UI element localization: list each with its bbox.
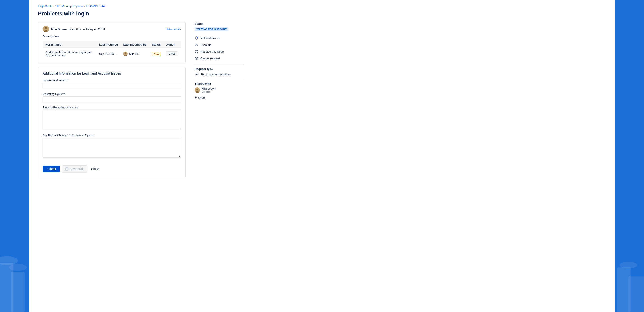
svg-point-21 (620, 262, 637, 269)
svg-point-17 (196, 89, 198, 90)
request-type-item: Fix an account problem (194, 72, 244, 76)
table-avatar (123, 52, 128, 56)
svg-point-3 (9, 264, 27, 271)
shared-user-item: Mila Brown Creator (194, 87, 244, 93)
svg-rect-12 (66, 169, 68, 170)
input-browser-version[interactable] (43, 83, 181, 89)
status-chip: WAITING FOR SUPPORT (194, 27, 228, 31)
cell-last-modified: Sep 10, 202... (96, 48, 121, 60)
label-recent-changes: Any Recent Changes to Account or System (43, 134, 181, 137)
resolve-label: Resolve this issue (200, 50, 224, 53)
breadcrumb-itsm-space[interactable]: ITSM sample space (57, 4, 83, 8)
form-group-os: Operating System* (43, 92, 181, 103)
label-steps-reproduce: Steps to Reproduce the Issue (43, 106, 181, 109)
cell-status: New (149, 48, 164, 60)
avatar (43, 26, 49, 32)
left-decorative-panel (0, 0, 29, 312)
share-button[interactable]: + Share (194, 95, 206, 100)
form-group-browser: Browser and Version* (43, 79, 181, 89)
plus-icon: + (194, 96, 196, 99)
svg-point-5 (45, 27, 47, 29)
form-section-title: Additional Information for Login and Acc… (43, 72, 181, 75)
col-action: Action (164, 41, 181, 48)
breadcrumb-sep-1: / (55, 4, 56, 8)
sidebar: Status WAITING FOR SUPPORT Notifications… (194, 22, 244, 100)
additional-info-form: Additional Information for Login and Acc… (38, 67, 186, 177)
shared-user-role: Creator (202, 90, 216, 93)
resolve-icon (194, 49, 198, 54)
breadcrumb-sep-2: / (84, 4, 85, 8)
notifications-button[interactable]: Notifications on (194, 35, 244, 41)
notifications-label: Notifications on (200, 37, 220, 40)
form-actions: Submit Save draft Close (43, 162, 181, 172)
label-browser-version: Browser and Version* (43, 79, 181, 82)
shared-user-name: Mila Brown (202, 87, 216, 90)
cell-action[interactable]: Close (164, 48, 181, 60)
escalate-button[interactable]: Escalate (194, 41, 244, 48)
breadcrumb-help-center[interactable]: Help Center (38, 4, 54, 8)
hide-details-button[interactable]: Hide details (166, 27, 181, 31)
input-operating-system[interactable] (43, 96, 181, 103)
detail-user-info: Mila Brown raised this on Today 4:52 PM (43, 26, 105, 32)
escalate-icon (194, 43, 198, 47)
cell-form-name: Additional Information for Login and Acc… (43, 48, 96, 60)
col-last-modified: Last modified (96, 41, 121, 48)
form-group-steps: Steps to Reproduce the Issue (43, 106, 181, 131)
svg-rect-1 (11, 272, 24, 312)
table-row: Additional Information for Login and Acc… (43, 48, 181, 60)
detail-card: Mila Brown raised this on Today 4:52 PM … (38, 22, 186, 63)
shared-with-label: Shared with (194, 82, 244, 85)
form-group-recent-changes: Any Recent Changes to Account or System (43, 134, 181, 158)
resolve-button[interactable]: Resolve this issue (194, 48, 244, 55)
textarea-recent-changes[interactable] (43, 138, 181, 157)
save-draft-label: Save draft (70, 167, 84, 171)
status-badge-new: New (152, 52, 161, 56)
breadcrumb-issue-id[interactable]: ITSAMPLE-44 (86, 4, 105, 8)
cell-last-modified-by: Mila Br... (120, 48, 149, 60)
person-icon (194, 72, 198, 76)
close-form-button[interactable]: Close (89, 165, 101, 172)
bell-icon (194, 36, 198, 40)
cancel-icon (194, 56, 198, 60)
sidebar-status-label: Status (194, 22, 244, 25)
request-type-label: Request type (194, 67, 244, 71)
svg-point-8 (124, 52, 126, 54)
svg-point-15 (196, 73, 197, 74)
table-close-button[interactable]: Close (166, 51, 178, 56)
cancel-request-button[interactable]: Cancel request (194, 55, 244, 62)
shared-user-avatar (194, 88, 200, 93)
shared-user-info: Mila Brown Creator (202, 87, 216, 93)
svg-rect-20 (628, 276, 644, 312)
form-table: Form name Last modified Last modified by… (43, 41, 181, 60)
save-draft-button: Save draft (62, 165, 87, 172)
page-title: Problems with login (38, 10, 606, 17)
textarea-steps-reproduce[interactable] (43, 110, 181, 130)
cancel-request-label: Cancel request (200, 57, 220, 60)
svg-point-2 (0, 256, 18, 265)
col-form-name: Form name (43, 41, 96, 48)
share-label: Share (198, 96, 206, 99)
col-last-modified-by: Last modified by (120, 41, 149, 48)
escalate-label: Escalate (200, 43, 212, 47)
description-label: Description (43, 35, 181, 38)
label-operating-system: Operating System* (43, 92, 181, 96)
breadcrumb: Help Center / ITSM sample space / ITSAMP… (38, 4, 606, 8)
svg-rect-11 (66, 167, 68, 168)
user-raised-text: Mila Brown raised this on Today 4:52 PM (51, 27, 105, 31)
col-status: Status (149, 41, 164, 48)
save-icon (65, 167, 68, 170)
svg-point-13 (197, 37, 198, 38)
submit-button[interactable]: Submit (43, 165, 60, 172)
right-decorative-panel (615, 0, 644, 312)
request-type-value: Fix an account problem (200, 73, 230, 76)
